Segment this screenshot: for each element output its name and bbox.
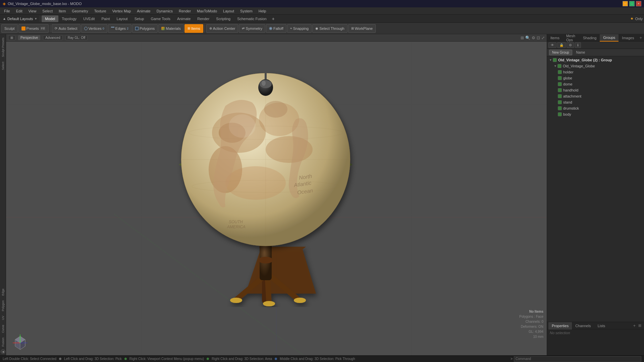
item-eye-handhold[interactable] [558,88,562,92]
menu-dynamics[interactable]: Dynamics [154,8,175,14]
menu-render[interactable]: Render [176,8,194,14]
menu-help[interactable]: Help [256,8,269,14]
item-eye-stand[interactable] [558,100,562,104]
tab-uvedit[interactable]: UVEdit [80,15,98,22]
sidebar-fusion[interactable]: Fusion [1,336,5,349]
symmetry-button[interactable]: ⇌ Symmetry [239,24,265,33]
menu-maxtomodo[interactable]: MaxToModo [194,8,220,14]
vp-icon-snap[interactable]: ⊡ [537,36,540,40]
close-button[interactable]: ✕ [636,1,641,6]
bp-tab-channels[interactable]: Channels [572,322,594,329]
bp-add-tab[interactable]: + [632,323,637,328]
sidebar-edge[interactable]: Edge [1,287,5,298]
rp-tab-items[interactable]: Items [547,34,563,42]
item-eye-attachment[interactable] [558,94,562,98]
sculpt-button[interactable]: Sculpt [1,24,18,33]
command-input[interactable] [514,356,641,362]
new-group-button[interactable]: New Group [549,50,572,55]
minimize-button[interactable]: ─ [623,1,628,6]
vp-icon-camera[interactable]: ⊞ [521,36,524,40]
scene-item-dome[interactable]: dome [547,81,644,87]
rp-add-tab[interactable]: + [637,35,644,40]
sidebar-polygon[interactable]: Polygon [1,298,5,313]
sidebar-expand-button[interactable]: ◀ [1,349,5,354]
menu-edit[interactable]: Edit [13,8,25,14]
add-tab-button[interactable]: + [270,16,277,21]
tab-setup[interactable]: Setup [131,15,148,22]
menu-geometry[interactable]: Geometry [69,8,91,14]
rt-info-button[interactable]: ℹ [575,42,581,48]
scene-item-globe[interactable]: globe [547,75,644,81]
tab-animate[interactable]: Animate [174,15,194,22]
item-eye-vintagglobe[interactable] [557,64,561,68]
nav-cube[interactable] [10,331,30,351]
sidebar-uv[interactable]: UV [1,314,5,322]
rp-tab-images[interactable]: Images [619,34,637,42]
polygons-button[interactable]: Polygons [132,24,158,33]
tab-gametools[interactable]: Game Tools [147,15,174,22]
scene-item-handhold[interactable]: handhold [547,87,644,93]
expand-vp-button[interactable]: ⊞ [8,35,15,40]
menu-view[interactable]: View [26,8,39,14]
item-eye-globe[interactable] [558,76,562,80]
menu-system[interactable]: System [237,8,255,14]
vertices-button[interactable]: Vertices 0 [81,24,107,33]
workplane-button[interactable]: ⊞ WorkPlane [348,24,376,33]
scene-root-group[interactable]: ▼ Old_Vintage_Globe (2) : Group [547,57,644,63]
vp-icon-zoom[interactable]: 🔍 [525,36,530,40]
bp-tab-lists[interactable]: Lists [594,322,609,329]
menu-item[interactable]: Item [56,8,68,14]
scene-item-attachment[interactable]: attachment [547,93,644,99]
vp-icon-expand[interactable]: ⤢ [541,36,545,40]
sidebar-select[interactable]: Select [1,60,5,72]
presets-button[interactable]: Presets Fill [18,24,49,33]
scene-item-holder[interactable]: holder [547,69,644,75]
rp-tab-meshops[interactable]: Mesh Ops [563,34,580,42]
menu-animate[interactable]: Animate [134,8,153,14]
star-only-toggle[interactable]: ★ Only [630,16,643,21]
rt-eye-button[interactable]: 👁 [548,42,556,48]
raygl-button[interactable]: Ray GL: Off [65,35,88,40]
menu-select[interactable]: Select [40,8,55,14]
selectthrough-button[interactable]: ◉ Select Through [312,24,347,33]
rp-tab-groups[interactable]: Groups [600,34,619,42]
tab-scripting[interactable]: Scripting [213,15,234,22]
rt-lock-button[interactable]: 🔒 [557,42,566,48]
item-eye-dome[interactable] [558,82,562,86]
action-center-button[interactable]: ⊕ Action Center [206,24,238,33]
menu-texture[interactable]: Texture [92,8,109,14]
sidebar-curve[interactable]: Curve [1,323,5,335]
scene-item-drumstick[interactable]: drumstick [547,105,644,111]
edges-button[interactable]: Edges 2 [108,24,131,33]
tab-render[interactable]: Render [194,15,213,22]
menu-layout[interactable]: Layout [220,8,237,14]
tab-model[interactable]: Model [42,15,58,22]
menu-vertexmap[interactable]: Vertex Map [110,8,134,14]
menu-file[interactable]: File [1,8,13,14]
perspective-button[interactable]: Perspective [18,35,40,40]
autoselect-button[interactable]: ⟳ Auto Select [52,24,80,33]
vp-icon-settings[interactable]: ⚙ [532,36,535,40]
materials-button[interactable]: Materials [158,24,184,33]
bp-expand-button[interactable]: ⊞ [637,323,643,328]
items-button[interactable]: ⊞ Items [184,24,203,33]
scene-item-stand[interactable]: stand [547,99,644,105]
tab-schematic[interactable]: Schematic Fusion [234,15,270,22]
item-eye-holder[interactable] [558,70,562,74]
scene-item-body[interactable]: body [547,111,644,117]
scene-item-oldvintagglobe[interactable]: ▼ Old_Vintage_Globe [547,63,644,69]
rt-gear-button[interactable]: ⚙ [567,42,574,48]
tab-topology[interactable]: Topology [58,15,80,22]
item-eye-drumstick[interactable] [558,106,562,110]
falloff-button[interactable]: Falloff [266,24,286,33]
root-eye-toggle[interactable] [553,58,557,62]
tab-layout[interactable]: Layout [113,15,131,22]
snapping-button[interactable]: ⌖ Snapping [287,24,312,33]
tab-paint[interactable]: Paint [98,15,113,22]
advanced-button[interactable]: Advanced [43,35,62,40]
item-eye-body[interactable] [558,112,562,116]
maximize-button[interactable]: □ [629,1,635,6]
rp-tab-shading[interactable]: Shading [580,34,600,42]
layout-selector[interactable]: ▲ Default Layouts ▼ [1,17,39,21]
bp-tab-properties[interactable]: Properties [548,322,572,329]
